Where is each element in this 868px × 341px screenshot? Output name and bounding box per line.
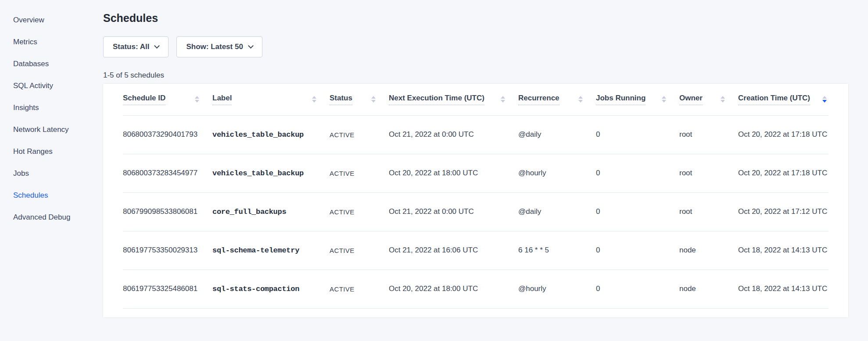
cell-owner: root xyxy=(679,115,738,154)
sidebar-item-sql-activity[interactable]: SQL Activity xyxy=(0,75,103,97)
cell-jobs-running: 0 xyxy=(596,192,679,231)
cell-schedule-id: 806800373283454977 xyxy=(123,154,212,192)
page-title: Schedules xyxy=(103,11,848,25)
cell-label: core_full_backups xyxy=(212,192,330,231)
cell-label: vehicles_table_backup xyxy=(212,154,330,192)
cell-owner: node xyxy=(679,231,738,270)
cell-next-execution: Oct 21, 2022 at 0:00 UTC xyxy=(389,192,518,231)
cell-schedule-id: 806197753325486081 xyxy=(123,270,212,308)
cell-owner: root xyxy=(679,154,738,192)
sort-icon[interactable] xyxy=(500,95,506,103)
table-header-row: Schedule ID Label Status Next Execution … xyxy=(123,84,829,115)
column-header-label[interactable]: Label xyxy=(212,84,330,115)
chevron-down-icon xyxy=(154,43,160,49)
sidebar-item-jobs[interactable]: Jobs xyxy=(0,163,103,185)
sidebar: Overview Metrics Databases SQL Activity … xyxy=(0,0,103,228)
cell-status: ACTIVE xyxy=(330,154,389,192)
cell-owner: node xyxy=(679,270,738,308)
cell-jobs-running: 0 xyxy=(596,115,679,154)
cell-schedule-id: 806799098533806081 xyxy=(123,192,212,231)
sort-icon[interactable] xyxy=(370,95,377,103)
table-row: 806800373283454977 vehicles_table_backup… xyxy=(123,154,829,192)
cell-creation-time: Oct 18, 2022 at 14:13 UTC xyxy=(738,231,829,270)
table-row: 806197753325486081 sql-stats-compaction … xyxy=(123,270,829,308)
cell-recurrence: @daily xyxy=(518,115,596,154)
column-header-owner[interactable]: Owner xyxy=(679,84,738,115)
cell-creation-time: Oct 20, 2022 at 17:18 UTC xyxy=(738,154,829,192)
cell-next-execution: Oct 21, 2022 at 0:00 UTC xyxy=(389,115,518,154)
cell-creation-time: Oct 20, 2022 at 17:18 UTC xyxy=(738,115,829,154)
cell-next-execution: Oct 21, 2022 at 16:06 UTC xyxy=(389,231,518,270)
sidebar-item-databases[interactable]: Databases xyxy=(0,53,103,75)
table-row: 806197753350029313 sql-schema-telemetry … xyxy=(123,231,829,270)
column-header-recurrence[interactable]: Recurrence xyxy=(518,84,596,115)
sidebar-item-hot-ranges[interactable]: Hot Ranges xyxy=(0,141,103,163)
cell-recurrence: @hourly xyxy=(518,270,596,308)
column-header-status[interactable]: Status xyxy=(330,84,389,115)
sort-icon[interactable] xyxy=(194,95,200,103)
cell-label: sql-schema-telemetry xyxy=(212,231,330,270)
main-content: Schedules Status: All Show: Latest 50 1-… xyxy=(103,0,848,317)
sidebar-item-schedules[interactable]: Schedules xyxy=(0,185,103,206)
cell-status: ACTIVE xyxy=(330,231,389,270)
sort-icon[interactable] xyxy=(821,95,828,103)
cell-status: ACTIVE xyxy=(330,270,389,308)
cell-status: ACTIVE xyxy=(330,192,389,231)
column-header-creation-time[interactable]: Creation Time (UTC) xyxy=(738,84,829,115)
cell-next-execution: Oct 20, 2022 at 18:00 UTC xyxy=(389,270,518,308)
sort-icon[interactable] xyxy=(577,95,584,103)
column-header-schedule-id[interactable]: Schedule ID xyxy=(123,84,212,115)
sidebar-item-metrics[interactable]: Metrics xyxy=(0,31,103,53)
column-header-next-execution-time[interactable]: Next Execution Time (UTC) xyxy=(389,84,518,115)
cell-status: ACTIVE xyxy=(330,115,389,154)
cell-recurrence: @daily xyxy=(518,192,596,231)
sort-icon[interactable] xyxy=(661,95,667,103)
cell-creation-time: Oct 18, 2022 at 14:13 UTC xyxy=(738,270,829,308)
sidebar-item-network-latency[interactable]: Network Latency xyxy=(0,119,103,141)
cell-jobs-running: 0 xyxy=(596,231,679,270)
sidebar-item-overview[interactable]: Overview xyxy=(0,9,103,31)
column-header-jobs-running[interactable]: Jobs Running xyxy=(596,84,679,115)
cell-schedule-id: 806800373290401793 xyxy=(123,115,212,154)
cell-jobs-running: 0 xyxy=(596,270,679,308)
cell-label: vehicles_table_backup xyxy=(212,115,330,154)
sort-icon[interactable] xyxy=(720,95,726,103)
cell-owner: root xyxy=(679,192,738,231)
cell-schedule-id: 806197753350029313 xyxy=(123,231,212,270)
cell-creation-time: Oct 20, 2022 at 17:12 UTC xyxy=(738,192,829,231)
sidebar-item-advanced-debug[interactable]: Advanced Debug xyxy=(0,206,103,228)
show-filter-dropdown[interactable]: Show: Latest 50 xyxy=(176,36,262,57)
schedules-table: Schedule ID Label Status Next Execution … xyxy=(123,84,829,309)
sidebar-item-insights[interactable]: Insights xyxy=(0,97,103,119)
cell-recurrence: @hourly xyxy=(518,154,596,192)
cell-jobs-running: 0 xyxy=(596,154,679,192)
schedules-table-card: Schedule ID Label Status Next Execution … xyxy=(103,84,848,317)
sort-icon[interactable] xyxy=(311,95,317,103)
table-row: 806800373290401793 vehicles_table_backup… xyxy=(123,115,829,154)
results-count: 1-5 of 5 schedules xyxy=(103,71,848,80)
status-filter-dropdown[interactable]: Status: All xyxy=(103,36,169,57)
chevron-down-icon xyxy=(248,43,254,49)
status-filter-label: Status: All xyxy=(113,43,149,51)
filter-bar: Status: All Show: Latest 50 xyxy=(103,36,848,57)
show-filter-label: Show: Latest 50 xyxy=(186,43,243,51)
cell-next-execution: Oct 20, 2022 at 18:00 UTC xyxy=(389,154,518,192)
cell-recurrence: 6 16 * * 5 xyxy=(518,231,596,270)
table-row: 806799098533806081 core_full_backups ACT… xyxy=(123,192,829,231)
cell-label: sql-stats-compaction xyxy=(212,270,330,308)
